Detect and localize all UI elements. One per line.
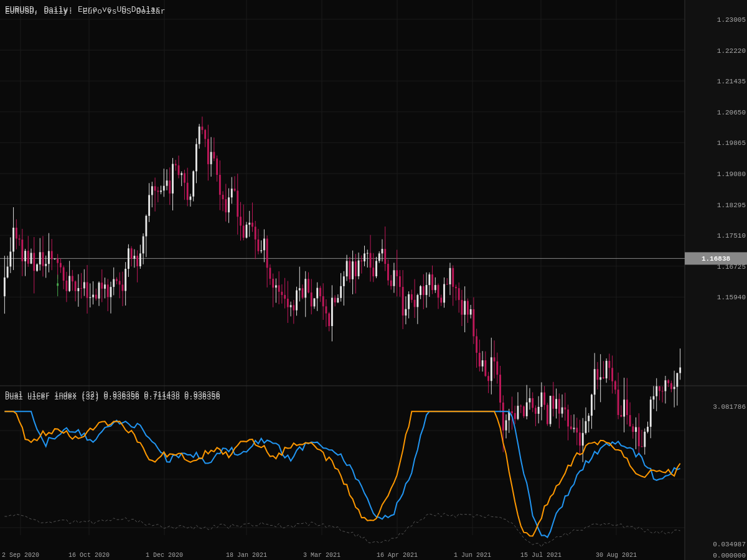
chart-title: EURUSD, Daily: Euro vs US Dollar	[5, 5, 161, 14]
chart-container: EURUSD, Daily: Euro vs US Dollar Dual ul…	[0, 0, 747, 560]
indicator-title: Dual ulcer index (32) 0.936356 0.711438 …	[5, 391, 220, 399]
indicator-label: Dual ulcer index (32) 0.936356 0.711438 …	[5, 391, 220, 399]
trading-chart[interactable]	[0, 0, 747, 560]
